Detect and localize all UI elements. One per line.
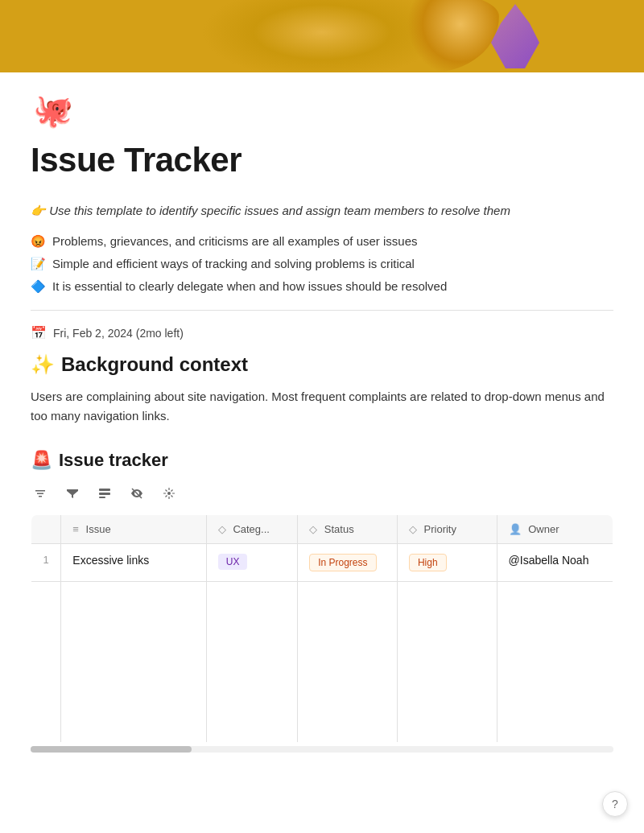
priority-badge: High — [409, 554, 447, 571]
empty-priority[interactable] — [397, 582, 497, 743]
owner-col-label: Owner — [528, 523, 559, 535]
priority-col-label: Priority — [424, 523, 456, 535]
list-item: 🔷 It is essential to clearly delegate wh… — [31, 279, 613, 294]
empty-num — [31, 582, 61, 743]
list-item: 📝 Simple and efficient ways of tracking … — [31, 257, 613, 271]
help-button[interactable]: ? — [602, 791, 628, 817]
row-owner[interactable]: @Isabella Noah — [497, 544, 613, 582]
svg-point-4 — [167, 492, 171, 495]
banner-golden-shape — [402, 0, 499, 72]
empty-issue[interactable] — [61, 582, 206, 743]
background-heading: ✨ Background context — [31, 353, 613, 376]
table-header-owner[interactable]: 👤 Owner — [497, 515, 613, 544]
empty-status[interactable] — [298, 582, 398, 743]
bullet-text: It is essential to clearly delegate when… — [52, 279, 447, 293]
row-priority[interactable]: High — [397, 544, 497, 582]
sort-button[interactable] — [31, 484, 50, 503]
calendar-icon: 📅 — [31, 325, 47, 340]
tracker-heading-text: Issue tracker — [59, 450, 168, 471]
intro-text: 👉 Use this template to identify specific… — [31, 204, 613, 218]
automation-button[interactable] — [159, 484, 179, 503]
bullet-icon: 📝 — [31, 257, 46, 271]
scrollbar-thumb[interactable] — [31, 746, 192, 753]
horizontal-scrollbar[interactable] — [31, 746, 613, 753]
date-row: 📅 Fri, Feb 2, 2024 (2mo left) — [31, 325, 613, 340]
page-banner — [0, 0, 644, 72]
status-badge: In Progress — [309, 554, 376, 571]
issue-table: ≡ Issue ◇ Categ... ◇ Status ◇ Priority 👤 — [31, 514, 613, 743]
hide-button[interactable] — [127, 484, 147, 503]
empty-category[interactable] — [206, 582, 297, 743]
page-title: Issue Tracker — [31, 141, 613, 179]
table-header-status[interactable]: ◇ Status — [298, 515, 398, 544]
table-header-category[interactable]: ◇ Categ... — [206, 515, 297, 544]
category-col-icon: ◇ — [218, 523, 226, 535]
row-category[interactable]: UX — [206, 544, 297, 582]
table-header-priority[interactable]: ◇ Priority — [397, 515, 497, 544]
empty-owner[interactable] — [497, 582, 613, 743]
list-item: 😡 Problems, grievances, and criticisms a… — [31, 234, 613, 249]
category-col-label: Categ... — [233, 523, 270, 535]
table-header-num — [31, 515, 61, 544]
filter-button[interactable] — [63, 484, 82, 503]
row-num: 1 — [31, 544, 61, 582]
empty-row — [31, 582, 613, 743]
table-toolbar — [31, 480, 613, 506]
group-button[interactable] — [95, 484, 114, 503]
sparkles-icon: ✨ — [31, 353, 55, 376]
status-col-icon: ◇ — [309, 523, 317, 535]
table-header-row: ≡ Issue ◇ Categ... ◇ Status ◇ Priority 👤 — [31, 515, 613, 544]
bullet-text: Simple and efficient ways of tracking an… — [52, 257, 415, 270]
tracker-heading: 🚨 Issue tracker — [31, 450, 613, 471]
background-text: Users are complaining about site navigat… — [31, 387, 613, 426]
svg-rect-0 — [99, 489, 110, 491]
table-header-issue[interactable]: ≡ Issue — [61, 515, 206, 544]
bullet-list: 😡 Problems, grievances, and criticisms a… — [31, 234, 613, 294]
svg-rect-1 — [99, 493, 110, 495]
alarm-icon: 🚨 — [31, 450, 52, 471]
priority-col-icon: ◇ — [409, 523, 417, 535]
row-issue[interactable]: Excessive links — [61, 544, 206, 582]
svg-rect-2 — [99, 497, 105, 498]
issue-col-label: Issue — [86, 523, 111, 535]
table-row: 1 Excessive links UX In Progress High @I… — [31, 544, 613, 582]
bullet-text: Problems, grievances, and criticisms are… — [52, 234, 418, 248]
background-heading-text: Background context — [61, 353, 248, 376]
bullet-icon: 😡 — [31, 234, 46, 249]
category-badge: UX — [218, 554, 248, 570]
bullet-icon: 🔷 — [31, 279, 46, 294]
issue-col-icon: ≡ — [72, 523, 79, 535]
row-status[interactable]: In Progress — [298, 544, 398, 582]
date-value: Fri, Feb 2, 2024 (2mo left) — [53, 327, 184, 340]
owner-col-icon: 👤 — [509, 523, 522, 535]
page-logo: 🐙 — [31, 89, 75, 133]
section-divider — [31, 310, 613, 311]
status-col-label: Status — [324, 523, 354, 535]
